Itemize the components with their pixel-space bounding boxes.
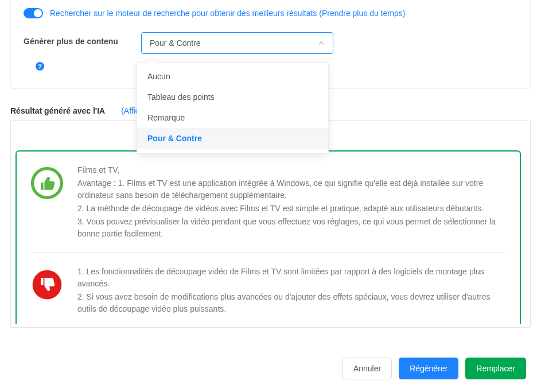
replace-button[interactable]: Remplacer bbox=[465, 358, 526, 379]
pros-text: Films et TV, Avantage : 1. Films et TV e… bbox=[77, 164, 506, 241]
search-engine-toggle-label: Rechercher sur le moteur de recherche po… bbox=[50, 9, 405, 18]
pros-cons-panel: Films et TV, Avantage : 1. Films et TV e… bbox=[15, 150, 521, 324]
search-engine-toggle[interactable] bbox=[24, 8, 43, 18]
content-type-select[interactable]: Pour & Contre bbox=[141, 32, 333, 54]
pros-line: 2. La méthode de découpage de vidéos ave… bbox=[77, 203, 506, 215]
generate-more-row: Générer plus de contenu Pour & Contre bbox=[24, 32, 517, 54]
regenerate-button[interactable]: Régénérer bbox=[399, 358, 458, 379]
footer-actions: Annuler Régénérer Remplacer bbox=[342, 358, 526, 379]
result-scroll[interactable]: Films et TV, Avantage : 1. Films et TV e… bbox=[15, 124, 529, 324]
pros-section: Films et TV, Avantage : 1. Films et TV e… bbox=[30, 164, 506, 241]
pros-line: 3. Vous pouvez prévisualiser la vidéo pe… bbox=[77, 216, 506, 240]
help-icon[interactable]: ? bbox=[36, 62, 44, 71]
chevron-up-icon bbox=[318, 40, 325, 46]
search-engine-toggle-row: Rechercher sur le moteur de recherche po… bbox=[24, 8, 517, 18]
dropdown-option-aucun[interactable]: Aucun bbox=[137, 66, 328, 87]
cancel-button[interactable]: Annuler bbox=[342, 358, 392, 379]
dropdown-option-remarque[interactable]: Remarque bbox=[137, 107, 328, 128]
section-divider bbox=[30, 253, 506, 253]
thumbs-down-icon bbox=[30, 268, 64, 301]
cons-section: 1. Les fonctionnalités de découpage vidé… bbox=[30, 266, 506, 316]
result-title: Résultat généré avec l'IA bbox=[10, 106, 105, 115]
pros-line: Avantage : 1. Films et TV est une applic… bbox=[77, 177, 506, 201]
generate-more-label: Générer plus de contenu bbox=[24, 32, 118, 46]
thumbs-up-icon bbox=[30, 166, 64, 200]
cons-line: 1. Les fonctionnalités de découpage vidé… bbox=[77, 266, 506, 290]
toggle-knob bbox=[34, 9, 42, 17]
content-type-dropdown: Aucun Tableau des points Remarque Pour &… bbox=[137, 62, 329, 154]
cons-text: 1. Les fonctionnalités de découpage vidé… bbox=[77, 266, 506, 316]
dropdown-option-tableau[interactable]: Tableau des points bbox=[137, 87, 328, 107]
content-type-select-wrap: Pour & Contre bbox=[141, 32, 333, 54]
content-type-selected: Pour & Contre bbox=[150, 38, 201, 48]
pros-line: Films et TV, bbox=[77, 164, 506, 176]
cons-line: 2. Si vous avez besoin de modifications … bbox=[77, 291, 506, 315]
dropdown-option-pour-contre[interactable]: Pour & Contre bbox=[137, 128, 328, 149]
